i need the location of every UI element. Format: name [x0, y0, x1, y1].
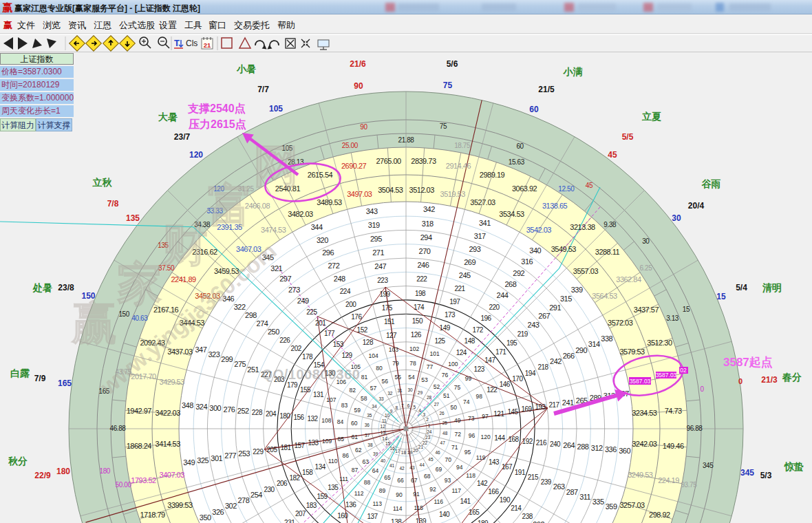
svg-text:195: 195 [506, 339, 517, 347]
svg-text:296: 296 [322, 248, 334, 257]
svg-text:248: 248 [334, 275, 345, 283]
svg-text:301: 301 [211, 454, 222, 462]
svg-text:343: 343 [366, 207, 378, 215]
svg-text:30: 30 [407, 387, 413, 392]
svg-text:99: 99 [465, 375, 472, 382]
svg-text:20: 20 [413, 448, 418, 453]
svg-text:3213.38: 3213.38 [570, 223, 595, 231]
svg-text:68: 68 [424, 473, 431, 480]
svg-text:富: 富 [208, 180, 253, 231]
svg-text:166: 166 [488, 488, 499, 495]
svg-text:122: 122 [487, 386, 498, 394]
svg-text:179: 179 [287, 381, 298, 389]
svg-text:81: 81 [361, 374, 368, 381]
svg-text:238: 238 [522, 513, 533, 520]
svg-text:192: 192 [522, 438, 533, 445]
svg-text:4: 4 [418, 408, 421, 413]
svg-text:98: 98 [476, 393, 482, 400]
svg-text:1: 1 [428, 423, 431, 428]
svg-text:118: 118 [466, 472, 476, 479]
svg-text:89: 89 [379, 487, 386, 494]
svg-text:43: 43 [409, 465, 415, 470]
svg-text:46: 46 [435, 450, 440, 455]
svg-text:75: 75 [443, 81, 453, 90]
svg-text:24: 24 [427, 429, 432, 434]
svg-text:3242.03: 3242.03 [632, 440, 657, 448]
svg-text:3557.03: 3557.03 [573, 267, 599, 275]
svg-text:136: 136 [345, 501, 356, 509]
svg-text:111: 111 [339, 476, 348, 482]
svg-text:275: 275 [234, 360, 246, 368]
svg-text:100: 100 [448, 361, 458, 367]
svg-text:157: 157 [294, 442, 305, 449]
svg-text:支撑2540点: 支撑2540点 [187, 103, 246, 115]
svg-text:5/3: 5/3 [760, 471, 772, 480]
svg-text:217: 217 [549, 401, 560, 409]
svg-text:86: 86 [343, 452, 350, 459]
svg-text:224: 224 [340, 288, 351, 295]
svg-text:3249.53: 3249.53 [628, 471, 653, 479]
svg-text:3422.03: 3422.03 [156, 409, 181, 417]
svg-text:103: 103 [389, 346, 398, 353]
svg-text:71: 71 [451, 444, 458, 451]
svg-text:322: 322 [234, 303, 246, 311]
svg-text:45: 45 [428, 457, 434, 462]
svg-text:3489.53: 3489.53 [317, 198, 342, 206]
svg-text:189: 189 [478, 520, 489, 523]
svg-text:3564.53: 3564.53 [592, 292, 617, 300]
svg-text:344: 344 [311, 223, 323, 231]
svg-text:压力2615点: 压力2615点 [188, 118, 246, 131]
svg-text:109: 109 [322, 438, 332, 445]
svg-text:105: 105 [269, 104, 283, 114]
svg-text:177: 177 [324, 330, 335, 337]
svg-text:165: 165 [469, 509, 480, 516]
svg-text:96.88: 96.88 [686, 425, 703, 432]
svg-text:146: 146 [500, 381, 511, 388]
svg-text:135: 135 [328, 484, 339, 491]
svg-text:102: 102 [409, 345, 419, 352]
svg-text:2241.89: 2241.89 [171, 275, 196, 284]
svg-text:141: 141 [460, 498, 471, 505]
svg-text:3542.03: 3542.03 [526, 226, 552, 234]
svg-text:292: 292 [513, 269, 524, 277]
svg-text:20/4: 20/4 [688, 201, 705, 211]
svg-text:287: 287 [566, 488, 578, 496]
svg-text:316: 316 [521, 257, 533, 266]
svg-text:288: 288 [577, 442, 589, 451]
svg-text:180: 180 [56, 467, 70, 476]
svg-text:239: 239 [541, 478, 552, 486]
svg-text:75: 75 [454, 384, 461, 391]
svg-text:167: 167 [502, 463, 513, 471]
svg-text:立秋: 立秋 [92, 177, 113, 188]
svg-text:秋分: 秋分 [8, 456, 28, 467]
svg-text:155: 155 [300, 386, 311, 394]
svg-text:120: 120 [481, 434, 491, 440]
svg-text:123: 123 [474, 365, 485, 373]
svg-text:129: 129 [341, 352, 352, 359]
svg-text:25: 25 [442, 420, 448, 425]
svg-text:62: 62 [355, 447, 362, 453]
svg-text:74: 74 [463, 398, 470, 405]
svg-text:202: 202 [291, 345, 302, 352]
svg-text:3063.92: 3063.92 [512, 184, 537, 193]
svg-text:318: 318 [422, 220, 434, 228]
svg-text:49: 49 [454, 417, 461, 424]
svg-text:32: 32 [387, 391, 393, 396]
svg-text:12.50: 12.50 [558, 185, 575, 193]
svg-text:170: 170 [512, 375, 523, 383]
svg-text:75: 75 [440, 122, 447, 130]
svg-text:3362.84: 3362.84 [616, 275, 641, 284]
svg-text:324: 324 [195, 403, 207, 411]
svg-text:51: 51 [443, 392, 450, 399]
svg-text:112: 112 [354, 490, 364, 497]
svg-text:165: 165 [58, 378, 72, 388]
svg-text:132: 132 [308, 415, 319, 423]
svg-text:3437.57: 3437.57 [634, 306, 659, 314]
svg-text:11: 11 [382, 418, 387, 423]
svg-text:214: 214 [511, 504, 522, 512]
svg-text:0: 0 [738, 377, 742, 385]
svg-text:302: 302 [225, 502, 237, 510]
svg-text:223: 223 [377, 277, 388, 284]
svg-text:3414.53: 3414.53 [156, 440, 181, 448]
svg-text:221: 221 [455, 285, 466, 292]
